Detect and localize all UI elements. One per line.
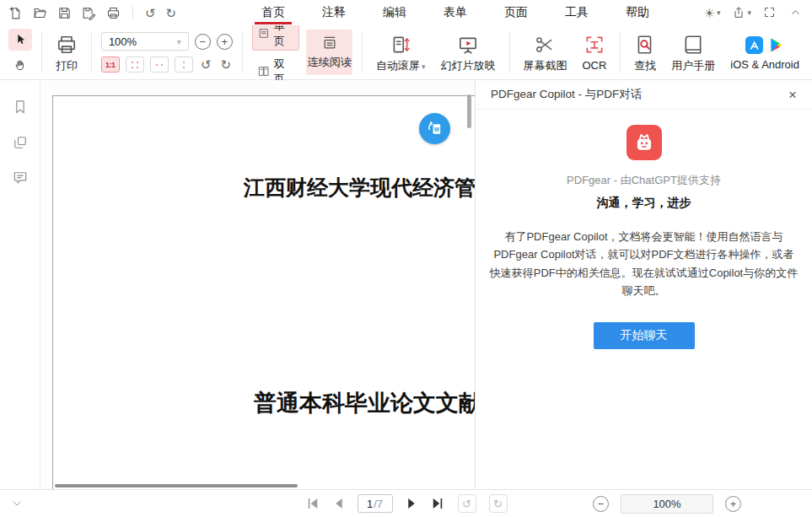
pdf-page[interactable]: 江西财经大学现代经济管理 普通本科毕业论文文献综 <box>52 95 475 489</box>
page-number-input[interactable]: 1 /7 <box>358 494 393 513</box>
mobile-apps-button[interactable]: iOS & Android <box>723 25 807 79</box>
double-page-icon <box>258 65 270 78</box>
document-title-text: 江西财经大学现代经济管理 <box>244 174 475 202</box>
mobile-apps-label: iOS & Android <box>730 59 799 70</box>
ocr-label: OCR <box>582 60 606 71</box>
menu-tabs: 首页 注释 编辑 表单 页面 工具 帮助 <box>250 0 675 25</box>
zoom-level-value: 100% <box>109 35 137 48</box>
zoom-in-button[interactable]: + <box>217 34 233 50</box>
collapse-sidebar-icon[interactable] <box>10 497 24 510</box>
zoom-controls: − 100% + <box>593 494 741 514</box>
find-label: 查找 <box>634 60 656 71</box>
tab-tools[interactable]: 工具 <box>553 0 600 25</box>
save-as-icon[interactable] <box>82 6 96 20</box>
autoscroll-label: 自动滚屏▾ <box>376 60 426 71</box>
undo-icon[interactable]: ↺ <box>145 7 156 19</box>
toolbar: 打印 100% ▾ − + 1:1 ↺ ↻ <box>0 25 812 80</box>
new-file-icon[interactable] <box>8 6 23 20</box>
first-page-button[interactable] <box>305 496 320 511</box>
toolbar-separator <box>242 32 243 73</box>
window-controls: ☀ ▾ ▾ <box>703 6 804 20</box>
zoom-out-button[interactable]: − <box>195 34 211 50</box>
cursor-tool-button[interactable] <box>8 29 32 51</box>
redo-icon[interactable]: ↻ <box>166 7 177 19</box>
copilot-robot-icon <box>626 125 662 160</box>
zoom-level-display[interactable]: 100% <box>621 494 713 514</box>
close-icon[interactable]: × <box>788 88 797 102</box>
quick-actions: ↺ ↻ <box>8 6 176 20</box>
screenshot-button[interactable]: 屏幕截图 <box>515 25 574 79</box>
zoom-level-select[interactable]: 100% ▾ <box>101 32 189 51</box>
comments-icon[interactable] <box>12 170 29 186</box>
continuous-reading-icon <box>320 35 339 51</box>
current-page: 1 <box>367 498 373 510</box>
last-page-button[interactable] <box>430 496 445 511</box>
share-dropdown[interactable]: ▾ <box>732 6 751 19</box>
actual-size-button[interactable]: 1:1 <box>101 57 120 73</box>
svg-text:W: W <box>434 127 440 132</box>
next-view-button[interactable]: ↻ <box>489 494 508 513</box>
horizontal-scrollbar-thumb[interactable] <box>55 484 298 487</box>
tab-pages[interactable]: 页面 <box>492 0 540 25</box>
save-icon[interactable] <box>57 6 72 20</box>
start-chat-button[interactable]: 开始聊天 <box>594 322 695 349</box>
tab-home[interactable]: 首页 <box>250 0 297 25</box>
collapse-toolbar-icon[interactable] <box>789 6 804 20</box>
bookmarks-icon[interactable] <box>12 99 29 116</box>
autoscroll-icon <box>390 34 411 56</box>
print-button[interactable]: 打印 <box>48 25 85 79</box>
copilot-description: 有了PDFgear Copilot，文档将会更智能！使用自然语言与PDFgear… <box>476 228 812 300</box>
fullscreen-icon[interactable] <box>763 6 777 20</box>
zoom-in-button[interactable]: + <box>725 496 741 512</box>
theme-dropdown[interactable]: ☀ ▾ <box>703 7 720 19</box>
tab-help[interactable]: 帮助 <box>614 0 661 25</box>
toolbar-separator <box>41 32 42 73</box>
chevron-down-icon: ▾ <box>747 8 751 17</box>
autoscroll-button[interactable]: 自动滚屏▾ <box>368 25 433 79</box>
select-tools <box>5 25 35 79</box>
page-navigation: 1 /7 ↺ ↻ <box>305 494 508 513</box>
tab-forms[interactable]: 表单 <box>432 0 479 25</box>
document-subtitle-text: 普通本科毕业论文文献综 <box>254 388 475 418</box>
toolbar-separator <box>91 32 92 73</box>
slideshow-label: 幻灯片放映 <box>441 60 496 71</box>
ocr-button[interactable]: OCR <box>574 25 614 79</box>
print-icon[interactable] <box>106 6 121 20</box>
open-folder-icon[interactable] <box>33 6 47 20</box>
user-manual-button[interactable]: 用户手册 <box>664 25 723 79</box>
next-page-button[interactable] <box>404 496 419 511</box>
tab-edit[interactable]: 编辑 <box>371 0 418 25</box>
print-label: 打印 <box>56 60 78 71</box>
copilot-panel-title: PDFgear Copilot - 与PDF对话 <box>491 87 642 102</box>
slideshow-button[interactable]: 幻灯片放映 <box>433 25 503 79</box>
google-play-icon <box>767 36 785 54</box>
document-viewport[interactable]: 江西财经大学现代经济管理 普通本科毕业论文文献综 W <box>40 80 475 489</box>
fit-page-button[interactable] <box>126 57 144 73</box>
user-manual-label: 用户手册 <box>671 60 715 71</box>
status-bar: 1 /7 ↺ ↻ − 100% + <box>0 489 812 517</box>
toolbar-separator <box>362 32 363 73</box>
continuous-reading-button[interactable]: 连续阅读 <box>306 30 352 75</box>
tab-annotate[interactable]: 注释 <box>310 0 358 25</box>
previous-view-button[interactable]: ↺ <box>458 494 476 513</box>
single-page-icon <box>258 27 270 40</box>
previous-page-button[interactable] <box>331 496 347 511</box>
toolbar-separator <box>620 32 621 73</box>
hand-tool-button[interactable] <box>8 54 32 76</box>
vertical-scrollbar-thumb[interactable] <box>467 94 471 128</box>
zoom-tools: 100% ▾ − + 1:1 ↺ ↻ <box>98 25 236 79</box>
zoom-out-button[interactable]: − <box>593 496 609 512</box>
titlebar: ↺ ↻ 首页 注释 编辑 表单 页面 工具 帮助 ☀ ▾ ▾ <box>0 0 812 25</box>
fit-height-button[interactable] <box>175 57 193 73</box>
find-button[interactable]: 查找 <box>626 25 664 79</box>
page-thumbnails-icon[interactable] <box>12 134 29 151</box>
chevron-down-icon: ▾ <box>177 37 181 46</box>
ocr-icon <box>583 34 605 56</box>
app-store-icon <box>745 35 764 55</box>
copilot-panel-header: PDFgear Copilot - 与PDF对话 × <box>476 80 812 110</box>
rotate-right-icon[interactable]: ↻ <box>218 57 233 73</box>
rotate-left-icon[interactable]: ↺ <box>199 57 213 73</box>
convert-to-word-button[interactable]: W <box>419 113 450 144</box>
fit-width-button[interactable] <box>150 57 169 73</box>
find-icon <box>634 34 656 56</box>
